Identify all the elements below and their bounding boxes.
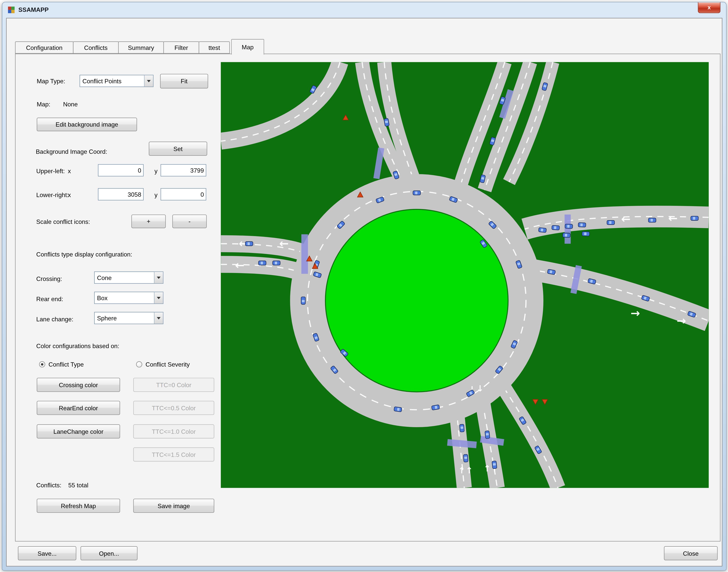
edit-background-image-label: Edit background image — [56, 121, 118, 128]
rear-end-select[interactable]: Box — [94, 292, 164, 304]
color-config-label: Color configurations based on: — [36, 343, 119, 350]
tab-map[interactable]: Map — [231, 39, 264, 55]
conflict-severity-radio-label: Conflict Severity — [145, 361, 190, 368]
app-icon — [8, 6, 15, 14]
tab-label: ttest — [208, 44, 220, 51]
scale-minus-button[interactable]: - — [172, 215, 207, 228]
svg-text:↓: ↓ — [477, 384, 484, 394]
svg-text:←: ← — [668, 212, 678, 225]
chevron-down-icon[interactable] — [144, 75, 153, 87]
close-icon: x — [708, 4, 711, 11]
crossing-color-label: Crossing color — [59, 381, 98, 388]
tab-summary[interactable]: Summary — [118, 41, 164, 54]
central-island — [326, 210, 507, 391]
conflicts-count-value: 55 total — [68, 482, 88, 489]
open-button[interactable]: Open... — [80, 546, 137, 560]
save-image-label: Save image — [158, 502, 190, 509]
lane-change-select[interactable]: Sphere — [94, 312, 164, 324]
lanechange-color-label: LaneChange color — [53, 428, 103, 435]
save-button-label: Save... — [38, 550, 57, 557]
conflict-severity-radio[interactable] — [136, 361, 142, 367]
tab-conflicts[interactable]: Conflicts — [73, 41, 119, 54]
tab-label: Conflicts — [84, 44, 108, 51]
open-button-label: Open... — [99, 550, 119, 557]
tab-filter[interactable]: Filter — [164, 41, 199, 54]
map-type-select[interactable]: Conflict Points — [79, 75, 153, 87]
tab-ttest[interactable]: ttest — [199, 41, 230, 54]
refresh-map-button[interactable]: Refresh Map — [37, 499, 120, 513]
rear-end-label: Rear end: — [36, 295, 63, 302]
chevron-down-icon[interactable] — [154, 292, 163, 303]
close-button-label: Close — [683, 550, 699, 557]
tab-bar: Configuration Conflicts Summary Filter t… — [15, 39, 264, 54]
map-tab-panel: Map Type: Conflict Points Fit Map: None … — [15, 54, 721, 542]
chevron-down-icon[interactable] — [154, 312, 163, 324]
conflict-type-radio-label: Conflict Type — [49, 361, 84, 368]
ttc10-color-button: TTC<=1.0 Color — [133, 424, 215, 439]
tab-label: Filter — [175, 44, 188, 51]
tab-configuration[interactable]: Configuration — [15, 41, 73, 54]
set-button[interactable]: Set — [149, 142, 207, 156]
ttc15-color-button: TTC<=1.5 Color — [133, 447, 215, 461]
rearend-color-label: RearEnd color — [59, 405, 98, 412]
ttc15-color-label: TTC<=1.5 Color — [152, 451, 196, 458]
ttc10-color-label: TTC<=1.0 Color — [152, 428, 196, 435]
scale-plus-button[interactable]: + — [131, 215, 166, 228]
save-button[interactable]: Save... — [18, 546, 76, 560]
x-label: x — [68, 167, 71, 174]
background-coord-label: Background Image Coord: — [36, 148, 107, 155]
lane-change-label: Lane change: — [36, 316, 73, 323]
window-title: SSAMAPP — [18, 6, 49, 13]
ttc05-color-label: TTC<=0.5 Color — [152, 405, 196, 412]
map-label: Map: — [37, 101, 50, 108]
lane-change-value: Sphere — [95, 312, 154, 324]
tab-label: Map — [242, 44, 254, 51]
crossing-label: Crossing: — [36, 275, 62, 282]
fit-button[interactable]: Fit — [160, 74, 208, 88]
lanechange-color-button[interactable]: LaneChange color — [37, 424, 120, 439]
rear-end-value: Box — [95, 292, 154, 303]
svg-text:←: ← — [621, 213, 631, 226]
set-button-label: Set — [173, 145, 182, 152]
svg-text:→: → — [677, 314, 686, 327]
close-button[interactable]: Close — [664, 546, 718, 560]
map-value: None — [63, 101, 78, 108]
conflict-type-radio[interactable] — [39, 361, 45, 367]
rearend-color-button[interactable]: RearEnd color — [37, 401, 120, 415]
scale-conflict-icons-label: Scale conflict icons: — [36, 218, 90, 225]
svg-text:↑: ↑ — [484, 463, 491, 473]
edit-background-image-button[interactable]: Edit background image — [37, 118, 137, 131]
y-label: y — [155, 192, 158, 199]
upper-left-x-input[interactable] — [98, 164, 143, 176]
crossing-value: Cone — [95, 272, 154, 283]
svg-text:←: ← — [279, 237, 289, 250]
map-type-label: Map Type: — [37, 78, 65, 85]
refresh-map-label: Refresh Map — [61, 502, 96, 509]
lower-right-x-input[interactable] — [98, 188, 143, 200]
crossing-color-button[interactable]: Crossing color — [37, 378, 120, 392]
y-label: y — [155, 167, 158, 174]
tab-label: Configuration — [26, 44, 62, 51]
lower-right-label: Lower-right: — [36, 192, 69, 199]
ttc0-color-button: TTC=0 Color — [133, 378, 215, 392]
crossing-select[interactable]: Cone — [94, 272, 164, 284]
title-bar[interactable]: SSAMAPP x — [2, 2, 726, 18]
x-label: x — [68, 192, 71, 199]
svg-text:←: ← — [235, 259, 244, 272]
minus-icon: - — [188, 218, 191, 225]
chevron-down-icon[interactable] — [154, 272, 163, 283]
map-canvas[interactable]: ← ← ← ← ← → → ↑ ↑ ↑ ↑ ↓ ↓ — [221, 62, 709, 488]
app-window: SSAMAPP x Configuration Conflicts Summar… — [2, 2, 727, 571]
map-type-value: Conflict Points — [80, 75, 144, 87]
lower-right-y-input[interactable] — [161, 188, 206, 200]
fit-button-label: Fit — [181, 78, 188, 85]
display-config-label: Conflicts type display configuration: — [36, 251, 132, 258]
conflicts-count-label: Conflicts: — [36, 482, 62, 489]
save-image-button[interactable]: Save image — [133, 499, 215, 513]
upper-left-label: Upper-left: — [36, 167, 65, 174]
tab-label: Summary — [128, 44, 154, 51]
dialog-client: Configuration Conflicts Summary Filter t… — [6, 18, 722, 566]
svg-text:→: → — [630, 306, 640, 320]
window-close-button[interactable]: x — [698, 2, 720, 13]
upper-left-y-input[interactable] — [161, 164, 206, 176]
